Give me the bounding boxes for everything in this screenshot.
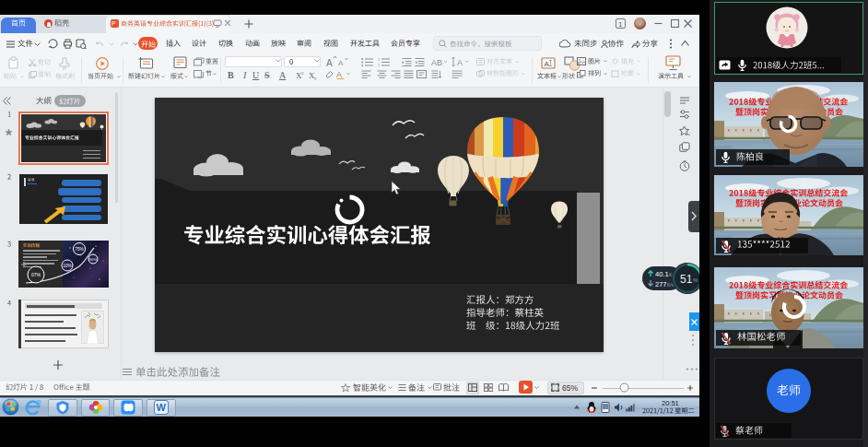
svg-text:2: 2	[378, 63, 381, 66]
svg-text:I: I	[242, 70, 247, 80]
svg-text:AB: AB	[431, 58, 442, 67]
svg-text:B: B	[228, 70, 234, 80]
svg-text:07%: 07%	[31, 272, 41, 277]
svg-text:A: A	[545, 60, 550, 68]
svg-text:10%: 10%	[64, 264, 72, 268]
svg-text:A: A	[457, 58, 463, 67]
svg-text:75%: 75%	[76, 247, 84, 252]
svg-text:A: A	[338, 59, 344, 67]
svg-text:A: A	[279, 70, 287, 80]
svg-text:A: A	[336, 70, 342, 79]
svg-text:1: 1	[618, 20, 623, 29]
svg-text:2: 2	[314, 76, 317, 80]
svg-text:S: S	[264, 70, 270, 80]
svg-text:90%: 90%	[89, 257, 97, 262]
svg-text:40.1: 40.1	[655, 270, 669, 278]
svg-text:2: 2	[301, 71, 304, 76]
svg-text:W: W	[157, 402, 167, 413]
svg-text:277: 277	[655, 280, 667, 288]
svg-text:1: 1	[378, 57, 381, 62]
svg-text:%: %	[693, 277, 698, 283]
svg-text:A: A	[326, 58, 333, 68]
svg-text:51: 51	[680, 273, 693, 286]
svg-text:65%: 65%	[562, 383, 578, 392]
svg-text:U: U	[252, 70, 260, 80]
svg-text:P: P	[111, 20, 116, 27]
